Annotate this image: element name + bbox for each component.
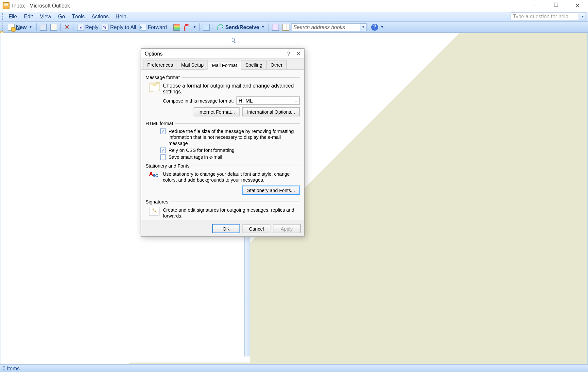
onenote-button[interactable]: [270, 22, 281, 32]
group-stationery: Stationery and Fonts Use stationery to c…: [146, 163, 300, 196]
dialog-title: Options: [145, 51, 163, 57]
checkbox-css-fonts[interactable]: ✓Rely on CSS for font formatting: [146, 147, 300, 154]
menu-edit[interactable]: Edit: [21, 12, 37, 21]
reply-all-button[interactable]: Reply to All: [100, 22, 138, 32]
compose-format-combo[interactable]: HTML⌄: [236, 96, 300, 105]
group-signatures: Signatures Create and edit signatures fo…: [146, 199, 300, 220]
signature-icon: [149, 207, 160, 215]
forward-button[interactable]: Forward: [138, 22, 169, 32]
menu-handle[interactable]: [2, 13, 3, 20]
options-dialog: Options ? ✕ PreferencesMail SetupMail Fo…: [141, 48, 304, 236]
menu-view[interactable]: View: [36, 12, 55, 21]
close-button[interactable]: ✕: [570, 2, 585, 9]
help-search-dropdown[interactable]: ▾: [580, 12, 586, 20]
cancel-button[interactable]: Cancel: [243, 224, 270, 233]
rules-button[interactable]: [201, 22, 212, 32]
menu-bar: FileEditViewGoToolsActionsHelp Type a qu…: [0, 11, 588, 22]
apply-button[interactable]: Apply: [273, 224, 301, 233]
tab-other[interactable]: Other: [266, 60, 287, 69]
reply-button[interactable]: Reply: [75, 22, 100, 32]
checkbox-smart-tags[interactable]: Save smart tags in e-mail: [146, 154, 300, 160]
tab-mail-setup[interactable]: Mail Setup: [177, 60, 208, 69]
address-book-search[interactable]: Search address books: [291, 23, 360, 31]
dialog-titlebar[interactable]: Options ? ✕: [141, 49, 304, 59]
help-search-input[interactable]: Type a question for help: [511, 12, 579, 20]
dialog-footer: OK Cancel Apply: [141, 220, 304, 236]
dialog-tabs: PreferencesMail SetupMail FormatSpelling…: [141, 59, 304, 70]
checkbox-reduce-size[interactable]: ✓Reduce the file size of the message by …: [146, 128, 300, 147]
internet-format-button[interactable]: Internet Format...: [194, 107, 240, 116]
menu-file[interactable]: File: [5, 12, 21, 21]
tab-mail-format[interactable]: Mail Format: [208, 61, 241, 70]
toolbar-handle[interactable]: [2, 23, 3, 31]
group-html-format: HTML format ✓Reduce the file size of the…: [146, 121, 300, 161]
group-message-format: Message format Choose a format for outgo…: [146, 75, 300, 118]
tab-spelling[interactable]: Spelling: [241, 60, 267, 69]
send-receive-button[interactable]: Send/Receive▼: [215, 22, 268, 32]
status-item-count: 0 Items: [3, 365, 20, 372]
dialog-help-button[interactable]: ?: [287, 51, 290, 57]
address-book-search-dropdown[interactable]: ▾: [360, 23, 367, 31]
menu-go[interactable]: Go: [55, 12, 68, 21]
new-button[interactable]: New▼: [5, 22, 35, 32]
menu-actions[interactable]: Actions: [88, 12, 112, 21]
inbox-icon: [97, 36, 105, 43]
stationery-fonts-button[interactable]: Stationery and Fonts...: [242, 186, 300, 195]
followup-button[interactable]: ▼: [182, 22, 198, 32]
window-title: Inbox - Microsoft Outlook: [12, 2, 70, 8]
minimize-button[interactable]: —: [527, 2, 542, 9]
dialog-close-button[interactable]: ✕: [296, 51, 301, 57]
international-options-button[interactable]: International Options...: [242, 107, 300, 116]
maximize-button[interactable]: ☐: [549, 2, 563, 9]
menu-tools[interactable]: Tools: [68, 12, 88, 21]
standard-toolbar: New▼ ✕ Reply Reply to All Forward ▼ Send…: [0, 22, 588, 33]
envelope-icon: [149, 82, 160, 91]
delete-button[interactable]: ✕: [62, 22, 72, 32]
window-titlebar: Inbox - Microsoft Outlook — ☐ ✕: [0, 0, 588, 11]
categorize-button[interactable]: [172, 22, 182, 32]
help-button[interactable]: ?▼: [370, 22, 386, 32]
print-button[interactable]: [38, 22, 48, 32]
ok-button[interactable]: OK: [212, 224, 240, 233]
stationery-icon: [149, 171, 160, 179]
outlook-icon: [3, 2, 9, 9]
addressbook-button[interactable]: [281, 22, 291, 32]
move-button[interactable]: [48, 22, 59, 32]
compose-format-label: Compose in this message format:: [163, 98, 234, 104]
tab-preferences[interactable]: Preferences: [143, 60, 177, 69]
menu-help[interactable]: Help: [112, 12, 130, 21]
status-bar: 0 Items: [0, 364, 588, 372]
